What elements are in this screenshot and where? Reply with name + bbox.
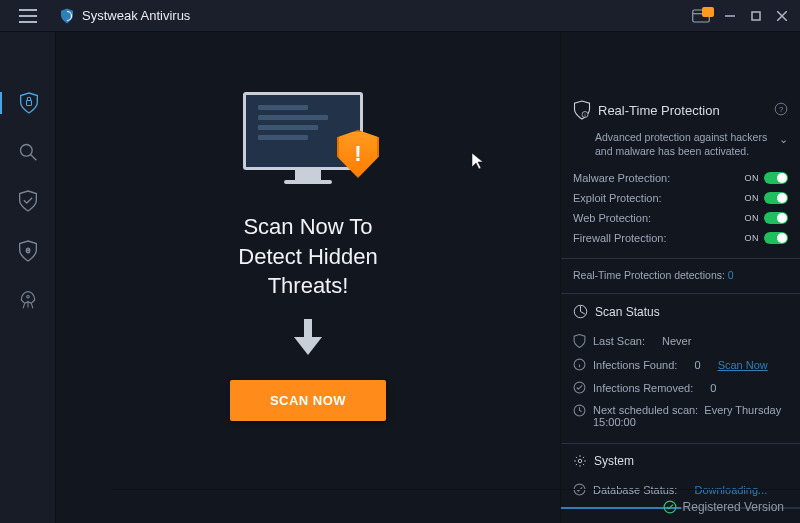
right-panel: i Real-Time Protection ? Advanced protec…: [560, 32, 800, 523]
search-icon: [18, 142, 38, 162]
check-circle-icon: [663, 500, 677, 514]
scan-now-button[interactable]: SCAN NOW: [230, 380, 386, 421]
hero-line: Scan Now To: [238, 212, 377, 242]
svg-text:e: e: [25, 246, 30, 256]
shield-info-icon: i: [573, 100, 591, 120]
svg-line-11: [30, 155, 36, 161]
scan-status-header: Scan Status: [573, 304, 788, 319]
infections-found-row: Infections Found: 0 Scan Now: [573, 353, 788, 376]
notification-button[interactable]: [692, 9, 710, 23]
svg-rect-14: [304, 319, 312, 339]
last-scan-row: Last Scan: Never: [573, 329, 788, 353]
toggle-state: ON: [745, 193, 760, 203]
warning-shield-icon: !: [337, 130, 379, 178]
gear-icon: [573, 454, 587, 468]
hamburger-icon: [19, 9, 37, 23]
toggle-state: ON: [745, 233, 760, 243]
sidebar: e: [0, 32, 56, 523]
shield-lock-icon: [19, 92, 39, 114]
menu-button[interactable]: [0, 0, 56, 32]
hero-panel: ! Scan Now To Detect Hidden Threats! SCA…: [56, 32, 560, 523]
svg-point-10: [20, 145, 32, 157]
hero-line: Detect Hidden: [238, 242, 377, 272]
hero-line: Threats!: [238, 271, 377, 301]
svg-text:?: ?: [779, 104, 783, 113]
system-header: System: [573, 454, 788, 468]
close-button[interactable]: [770, 4, 794, 28]
realtime-description: Advanced protection against hackers and …: [573, 130, 788, 158]
toggle-switch[interactable]: [764, 232, 788, 244]
toggle-switch[interactable]: [764, 192, 788, 204]
monitor-illustration: !: [243, 92, 373, 192]
cursor-icon: [471, 152, 485, 173]
footer: Registered Version: [112, 489, 800, 523]
toggle-firewall: Firewall Protection: ON: [573, 228, 788, 248]
toggle-malware: Malware Protection: ON: [573, 168, 788, 188]
toggle-label: Malware Protection:: [573, 172, 670, 184]
realtime-title: Real-Time Protection: [598, 103, 720, 118]
notification-badge: [702, 7, 714, 17]
chevron-down-icon[interactable]: ⌄: [779, 132, 788, 146]
svg-rect-9: [26, 101, 31, 106]
scan-status-title: Scan Status: [595, 305, 660, 319]
detections-row: Real-Time Protection detections: 0: [573, 269, 788, 283]
svg-text:i: i: [585, 113, 586, 118]
maximize-button[interactable]: [744, 4, 768, 28]
toggle-label: Web Protection:: [573, 212, 651, 224]
next-scan-row: Next scheduled scan: Every Thursday 15:0…: [573, 399, 788, 433]
sidebar-item-protection[interactable]: [0, 190, 56, 212]
app-logo: Systweak Antivirus: [58, 7, 190, 25]
rocket-icon: [18, 290, 38, 310]
shield-check-icon: [18, 190, 38, 212]
titlebar: Systweak Antivirus: [0, 0, 800, 32]
svg-marker-15: [294, 337, 322, 355]
realtime-header: i Real-Time Protection ?: [573, 100, 788, 120]
svg-point-13: [26, 295, 29, 298]
toggle-label: Firewall Protection:: [573, 232, 667, 244]
system-title: System: [594, 454, 634, 468]
toggle-exploit: Exploit Protection: ON: [573, 188, 788, 208]
detections-count: 0: [728, 269, 734, 281]
app-title: Systweak Antivirus: [82, 8, 190, 23]
toggle-web: Web Protection: ON: [573, 208, 788, 228]
app-shield-icon: [58, 7, 76, 25]
shield-e-icon: e: [18, 240, 38, 262]
registered-label: Registered Version: [683, 500, 784, 514]
scan-now-link[interactable]: Scan Now: [718, 359, 768, 371]
toggle-state: ON: [745, 173, 760, 183]
minimize-button[interactable]: [718, 4, 742, 28]
toggle-switch[interactable]: [764, 212, 788, 224]
toggle-switch[interactable]: [764, 172, 788, 184]
infections-removed-row: Infections Removed: 0: [573, 376, 788, 399]
toggle-state: ON: [745, 213, 760, 223]
sidebar-item-home[interactable]: [0, 92, 56, 114]
toggle-label: Exploit Protection:: [573, 192, 662, 204]
info-icon: [573, 358, 586, 371]
shield-check-mini-icon: [573, 334, 586, 348]
down-arrow-icon: [294, 319, 322, 358]
svg-rect-6: [752, 12, 760, 20]
main: ! Scan Now To Detect Hidden Threats! SCA…: [56, 32, 800, 523]
help-button[interactable]: ?: [774, 102, 788, 119]
sidebar-item-boost[interactable]: [0, 290, 56, 310]
sidebar-item-quarantine[interactable]: e: [0, 240, 56, 262]
check-circle-icon: [573, 381, 586, 394]
sidebar-item-scan[interactable]: [0, 142, 56, 162]
svg-point-26: [578, 460, 582, 464]
radar-icon: [573, 304, 588, 319]
clock-icon: [573, 404, 586, 417]
hero-heading: Scan Now To Detect Hidden Threats!: [238, 212, 377, 301]
